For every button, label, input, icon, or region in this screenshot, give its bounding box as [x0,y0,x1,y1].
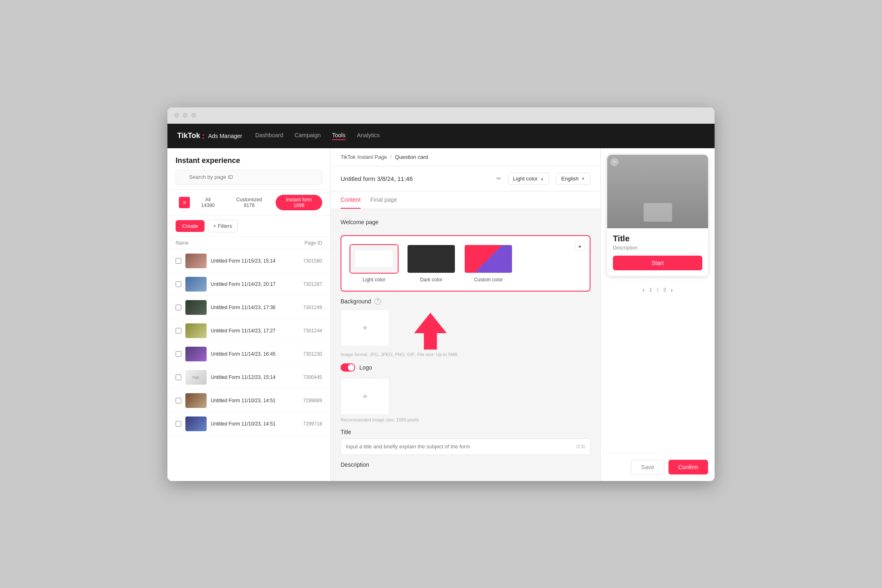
welcome-page-label: Welcome page [341,219,379,225]
help-icon[interactable]: ? [374,298,381,305]
preview-page-total: 3 [663,287,666,293]
row-pageid: 7301230 [285,351,322,357]
brand-logo: TikTok: Ads Manager [177,131,242,141]
nav-item-analytics[interactable]: Analytics [357,132,380,140]
titlebar-close[interactable] [174,113,179,118]
row-thumbnail [185,254,207,268]
row-thumbnail [185,347,207,361]
description-field-section: Description [341,461,590,468]
confirm-button[interactable]: Confirm [668,460,708,474]
title-input[interactable] [341,439,590,455]
plus-icon: + [363,323,368,333]
color-option-custom[interactable]: Custom color [464,244,513,283]
preview-start-button[interactable]: Start [613,256,702,270]
row-name: Untitled Form 11/14/23, 17:36 [211,305,281,310]
row-thumbnail [185,323,207,338]
language-dropdown[interactable]: English ▼ [556,173,590,185]
logo-hint: Recommended image size: 1080 pixels [341,417,590,422]
list-item[interactable]: Untitled Form 11/14/23, 16:45 7301230 [167,343,330,366]
save-button[interactable]: Save [631,460,664,474]
row-name: Untitled Form 11/14/23, 16:45 [211,351,281,357]
light-color-arrow: ▲ [540,176,544,181]
bg-upload-area[interactable]: + [341,310,390,346]
row-pageid: 7299889 [285,398,322,403]
form-content: Welcome page Light color [331,209,600,481]
row-checkbox[interactable] [176,258,181,264]
list-item[interactable]: Untitled Form 11/14/23, 17:36 7301249 [167,296,330,319]
color-label-dark: Dark color [420,277,443,283]
swatch-dark-bg [408,245,455,273]
titlebar-maximize[interactable] [191,113,196,118]
list-item[interactable]: Untitled Form 11/14/23, 20:17 7301287 [167,273,330,296]
breadcrumb-parent[interactable]: TikTok Instant Page [341,154,387,160]
color-label-light: Light color [363,277,385,283]
title-char-count: 0/30 [576,444,586,450]
row-checkbox[interactable] [176,281,181,287]
brand-dot: : [202,131,205,141]
app-window: TikTok: Ads Manager Dashboard Campaign T… [167,107,715,481]
tab-content[interactable]: Content [341,192,361,209]
row-checkbox[interactable] [176,374,181,380]
close-sidebar-button[interactable]: × [179,197,190,208]
row-checkbox[interactable] [176,421,181,427]
logo-toggle[interactable] [341,363,355,372]
image-format-hint: Image format: JPG, JPEG, PNG, GIF; File … [341,352,590,357]
list-item[interactable]: Untitled Form 11/10/23, 14:51 7299889 [167,389,330,412]
preview-prev-arrow[interactable]: ‹ [642,287,644,293]
color-option-light[interactable]: Light color [350,244,399,283]
table-header: Name Page ID [167,237,330,249]
title-input-wrapper: 0/30 [341,439,590,455]
tab-instant-form[interactable]: Instant form 1898 [276,195,322,210]
collapse-button[interactable]: ▲ [575,241,585,251]
row-checkbox[interactable] [176,305,181,310]
preview-close-icon[interactable]: × [610,158,619,166]
brand-name: TikTok [177,131,200,140]
bg-upload-section: + [341,310,390,346]
brand-subtitle: Ads Manager [208,133,242,139]
row-pageid: 7299718 [285,421,322,427]
background-section: Background ? [341,298,590,305]
color-label-custom: Custom color [474,277,503,283]
language-arrow: ▼ [581,176,585,181]
color-option-dark[interactable]: Dark color [407,244,456,283]
list-item[interactable]: Untitled Form 11/10/23, 14:51 7299718 [167,412,330,436]
titlebar [167,107,715,124]
search-input[interactable] [176,170,322,185]
logo-plus-icon: + [363,391,368,402]
nav-item-dashboard[interactable]: Dashboard [255,132,283,140]
preview-next-arrow[interactable]: › [671,287,673,293]
tab-final-page[interactable]: Final page [370,192,397,209]
main-area: Instant experience 🔍 × All 14380 Customi… [167,148,715,481]
filter-button[interactable]: + Filters [208,220,238,232]
row-name: Untitled Form 11/12/23, 15:14 [211,374,281,380]
nav-item-tools[interactable]: Tools [332,132,345,140]
light-color-dropdown[interactable]: Light color ▲ [508,173,550,185]
toggle-knob [348,364,354,371]
row-pageid: 7301249 [285,305,322,310]
list-item[interactable]: Untitled Form 11/14/23, 17:27 7301244 [167,319,330,343]
create-button[interactable]: Create [176,220,205,232]
logo-upload-area[interactable]: + [341,378,390,415]
breadcrumb: TikTok Instant Page / Question card [331,148,600,166]
row-name: Untitled Form 11/14/23, 20:17 [211,281,281,287]
list-item[interactable]: logo Untitled Form 11/12/23, 15:14 73004… [167,366,330,389]
titlebar-minimize[interactable] [183,113,188,118]
tab-all[interactable]: All 14380 [193,195,223,210]
tab-customized[interactable]: Customized 9178 [226,195,272,210]
row-pageid: 7301244 [285,328,322,334]
nav-item-campaign[interactable]: Campaign [294,132,321,140]
list-item[interactable]: Untitled Form 11/15/23, 15:14 7301580 [167,249,330,273]
upload-arrow-indicator [414,313,447,350]
row-checkbox[interactable] [176,328,181,334]
row-checkbox[interactable] [176,398,181,403]
form-tabs: Content Final page [331,192,600,209]
row-checkbox[interactable] [176,351,181,357]
breadcrumb-separator: / [390,154,392,160]
row-thumbnail: logo [185,370,207,385]
edit-icon[interactable]: ✏ [497,175,501,182]
row-name: Untitled Form 11/14/23, 17:27 [211,328,281,334]
row-name: Untitled Form 11/10/23, 14:51 [211,421,281,427]
swatch-light-inner [355,250,393,267]
swatch-light-bg [350,245,398,273]
row-thumbnail [185,277,207,292]
